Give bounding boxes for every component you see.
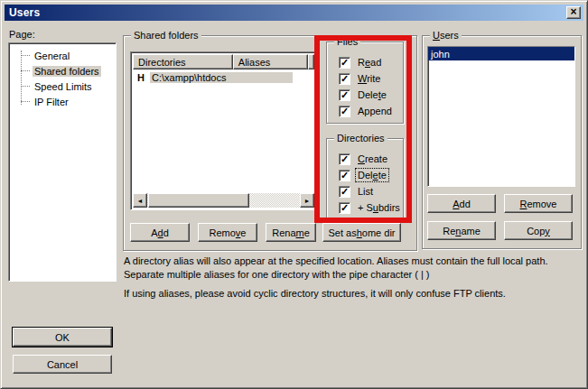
home-flag: H	[137, 72, 145, 83]
ok-button[interactable]: OK	[13, 328, 112, 347]
tree-item-ip-filter[interactable]: IP Filter	[9, 94, 116, 109]
checkbox: ✓	[339, 73, 350, 85]
checkbox: ✓	[339, 153, 350, 165]
check-icon: ✓	[341, 58, 349, 67]
checkbox-label: Write	[356, 72, 382, 85]
check-icon: ✓	[341, 154, 349, 163]
checkbox-label: Append	[356, 105, 394, 117]
checkbox-label: Create	[356, 153, 389, 165]
checkbox-label: Delete	[356, 169, 388, 181]
rename-directory-button[interactable]: Rename	[266, 223, 316, 242]
files-group-label: Files	[334, 36, 360, 47]
set-as-home-dir-button[interactable]: Set as home dir	[322, 223, 401, 242]
users-listbox[interactable]: john	[427, 46, 575, 187]
page-label: Page:	[9, 29, 35, 40]
alias-notes: A directory alias will also appear at th…	[124, 255, 588, 301]
rename-user-button[interactable]: Rename	[427, 221, 496, 240]
checkbox-write[interactable]: ✓ Write	[339, 70, 403, 87]
column-header-aliases[interactable]: Aliases	[233, 54, 308, 69]
horizontal-scrollbar[interactable]: ◄ ►	[133, 193, 314, 208]
column-header-filler	[308, 54, 314, 69]
close-button[interactable]: ×	[566, 6, 581, 19]
alias-note-1: A directory alias will also appear at th…	[124, 255, 588, 282]
directory-path: C:\xampp\htdocs	[150, 72, 293, 83]
close-icon: ×	[570, 5, 576, 18]
checkbox: ✓	[339, 89, 350, 101]
scroll-right-icon: ►	[304, 198, 311, 204]
checkbox-subdirs[interactable]: ✓ + Subdirs	[339, 199, 403, 216]
check-icon: ✓	[341, 90, 349, 99]
check-icon: ✓	[341, 107, 349, 116]
remove-user-button[interactable]: Remove	[504, 194, 573, 213]
checkbox-delete-dir[interactable]: ✓ Delete	[339, 167, 403, 183]
copy-user-button[interactable]: Copy	[504, 221, 573, 240]
tree-item-speed-limits[interactable]: Speed Limits	[9, 79, 116, 94]
users-group-label: Users	[430, 30, 462, 41]
checkbox: ✓	[339, 57, 350, 69]
checkbox-create[interactable]: ✓ Create	[339, 151, 403, 167]
users-dialog: Users × Page: General Shared folders Spe…	[0, 0, 588, 389]
scroll-left-button[interactable]: ◄	[133, 193, 147, 208]
checkbox-list[interactable]: ✓ List	[339, 183, 403, 199]
checkbox-label: Read	[356, 56, 383, 69]
checkbox: ✓	[339, 186, 350, 198]
checkbox-label: List	[356, 185, 375, 198]
checkbox-delete-file[interactable]: ✓ Delete	[339, 87, 403, 103]
check-icon: ✓	[341, 203, 349, 212]
alias-note-2: If using aliases, please avoid cyclic di…	[124, 287, 588, 301]
page-tree[interactable]: General Shared folders Speed Limits IP F…	[8, 42, 117, 282]
files-group: Files ✓ Read ✓ Write ✓ Delete ✓ Append	[326, 42, 404, 124]
remove-directory-button[interactable]: Remove	[198, 223, 257, 242]
checkbox-append[interactable]: ✓ Append	[339, 103, 403, 119]
tree-item-general[interactable]: General	[9, 48, 116, 63]
column-header-directories[interactable]: Directories	[133, 54, 233, 69]
scrollbar-thumb[interactable]	[148, 193, 249, 208]
directories-group: Directories ✓ Create ✓ Delete ✓ List ✓ +…	[326, 138, 404, 220]
scroll-right-button[interactable]: ►	[300, 193, 314, 208]
add-user-button[interactable]: Add	[427, 194, 496, 213]
checkbox: ✓	[339, 202, 350, 214]
checkbox: ✓	[339, 106, 350, 117]
directories-group-label: Directories	[334, 133, 387, 144]
checkbox-read[interactable]: ✓ Read	[339, 54, 403, 70]
cancel-button[interactable]: Cancel	[13, 355, 112, 374]
check-icon: ✓	[341, 171, 349, 180]
add-directory-button[interactable]: Add	[130, 223, 190, 242]
checkbox: ✓	[339, 170, 350, 181]
titlebar[interactable]: Users ×	[5, 5, 583, 21]
directory-row[interactable]: H C:\xampp\htdocs	[133, 70, 293, 84]
directories-listview[interactable]: Directories Aliases H C:\xampp\htdocs ◄ …	[130, 51, 317, 210]
tree-item-shared-folders[interactable]: Shared folders	[9, 63, 116, 79]
check-icon: ✓	[341, 74, 349, 83]
shared-folders-group-label: Shared folders	[131, 30, 201, 41]
user-row-john[interactable]: john	[428, 47, 574, 60]
checkbox-label: Delete	[356, 88, 388, 101]
checkbox-label: + Subdirs	[356, 201, 402, 214]
check-icon: ✓	[341, 187, 349, 196]
scroll-left-icon: ◄	[137, 198, 144, 204]
window-title: Users	[9, 6, 40, 19]
